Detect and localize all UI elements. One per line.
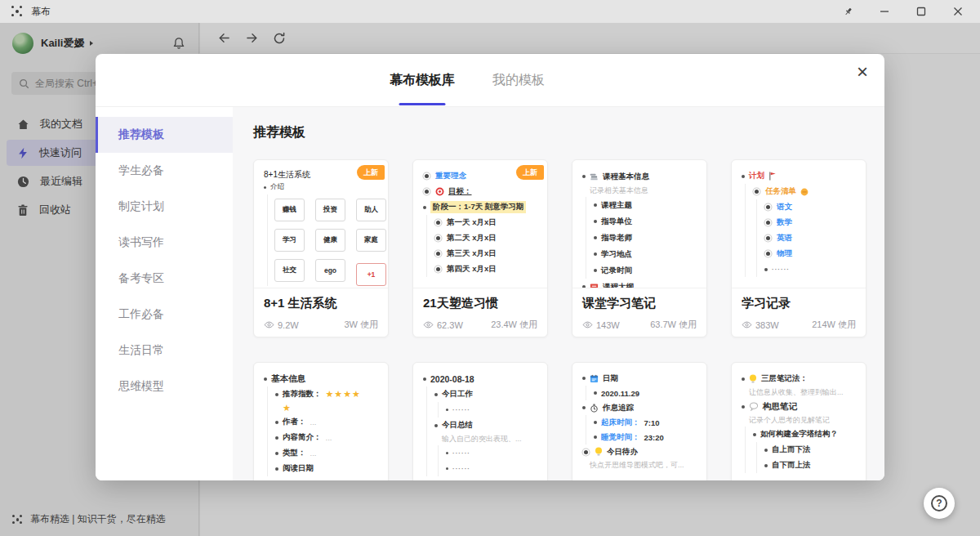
preview-line: 第三天 x月x日	[434, 246, 541, 261]
modal-header: 幕布模板库 我的模板 ×	[96, 54, 884, 107]
preview-line: 课程主题	[594, 197, 700, 213]
template-card-study-log[interactable]: 计划 任务清单 语文 数学 英语	[731, 159, 866, 337]
category-daily-life[interactable]: 生活日常	[96, 333, 233, 368]
preview-line: ······	[446, 402, 541, 418]
template-library-modal: 幕布模板库 我的模板 × 推荐模板 学生必备 制定计划 读书写作 备考专区 工作…	[96, 54, 884, 480]
template-title: 学习记录	[742, 296, 856, 311]
tab-template-library[interactable]: 幕布模板库	[390, 72, 455, 89]
preview-note: 让信息从收集、整理到输出...	[742, 386, 859, 399]
help-button[interactable]: ?	[924, 488, 955, 519]
preview-line: 学习地点	[594, 246, 700, 262]
preview-line: 指导老师	[594, 230, 700, 246]
preview-note: 输入自己的突出表现、...	[434, 433, 541, 445]
preview-line: 指导单位	[594, 213, 700, 230]
new-badge: 上新	[357, 165, 385, 180]
preview-line: 构思笔记	[742, 399, 859, 414]
category-planning[interactable]: 制定计划	[96, 189, 233, 225]
preview-line: 2020-08-18	[423, 371, 541, 386]
template-preview: 2020-08-18 今日工作 ······ 今日总结 输入自己的突出表现、..…	[413, 363, 547, 480]
outline-doc-icon	[590, 283, 599, 289]
views-eye-icon	[423, 319, 434, 330]
template-title: 课堂学习笔记	[582, 296, 697, 311]
template-card-three-layer-notes[interactable]: 三层笔记法： 让信息从收集、整理到输出... 构思笔记 记录个人思考的见解笔记 …	[731, 362, 866, 480]
preview-line: 三层笔记法：	[742, 371, 859, 386]
template-preview: 基本信息 推荐指数：★★★★ ★ 作者：... 内容简介：... 类型：... …	[254, 363, 388, 480]
preview-line: 课程大纲	[582, 279, 700, 288]
preview-line: 睡觉时间：23:20	[594, 430, 700, 444]
app-window: 幕布 Kaili爱嫒	[0, 0, 980, 536]
preview-line: ······	[446, 461, 541, 476]
preview-note: 记录个人思考的见解笔记	[742, 414, 859, 427]
template-preview: 三层笔记法： 让信息从收集、整理到输出... 构思笔记 记录个人思考的见解笔记 …	[732, 363, 866, 480]
views-eye-icon	[582, 319, 593, 330]
template-card-book-notes[interactable]: 基本信息 推荐指数：★★★★ ★ 作者：... 内容简介：... 类型：... …	[253, 362, 389, 480]
preview-line: 如何构建金字塔结构？	[753, 427, 859, 442]
preview-line: 自下而上法	[764, 458, 859, 473]
books-icon	[590, 172, 599, 181]
template-preview: 日期 2020.11.29 作息追踪 起床时间：7:10	[572, 363, 706, 480]
fist-icon	[800, 188, 808, 196]
category-exam-prep[interactable]: 备考专区	[96, 261, 233, 297]
preview-line: ······	[764, 261, 859, 277]
template-preview: 计划 任务清单 语文 数学 英语	[732, 160, 866, 288]
template-title: 21天塑造习惯	[423, 296, 537, 311]
template-card-class-notes[interactable]: 课程基本信息 记录相关基本信息 课程主题 指导单位 指导老师 学习地点 记录时间	[572, 159, 707, 337]
preview-line: 今日总结	[434, 418, 541, 433]
new-badge: 上新	[516, 165, 544, 180]
preview-line: 第二天 x月x日	[434, 230, 541, 246]
views-count: 383W	[755, 320, 779, 330]
category-recommended[interactable]: 推荐模板	[96, 117, 233, 153]
tab-my-templates[interactable]: 我的模板	[492, 72, 545, 89]
lightbulb-icon	[595, 447, 603, 457]
close-window-icon[interactable]	[952, 6, 964, 17]
category-students[interactable]: 学生必备	[96, 153, 233, 189]
uses-count: 214W 使用	[812, 319, 856, 331]
modal-body: 推荐模板 学生必备 制定计划 读书写作 备考专区 工作必备 生活日常 思维模型 …	[96, 107, 884, 480]
preview-note: 记录相关基本信息	[582, 185, 700, 197]
preview-line: 计划	[742, 168, 859, 184]
preview-line: 内容简介：...	[275, 430, 381, 445]
close-icon[interactable]: ×	[857, 62, 868, 82]
preview-line: 今日待办	[582, 444, 700, 459]
lightbulb-icon	[749, 374, 757, 384]
app-title: 幕布	[31, 5, 51, 19]
uses-count: 3W 使用	[344, 319, 378, 331]
preview-line: 类型：...	[275, 445, 381, 461]
preview-line: 2020.11.29	[594, 386, 700, 400]
template-preview: 课程基本信息 记录相关基本信息 课程主题 指导单位 指导老师 学习地点 记录时间	[572, 160, 706, 288]
preview-line: 介绍	[264, 181, 381, 193]
views-eye-icon	[264, 319, 274, 330]
category-reading-writing[interactable]: 读书写作	[96, 225, 233, 261]
preview-line: 任务清单	[753, 184, 859, 199]
template-card-daily-report[interactable]: 2020-08-18 今日工作 ······ 今日总结 输入自己的突出表现、..…	[412, 362, 548, 480]
calendar-icon	[590, 374, 599, 383]
life-grid: 赚钱 投资 助人 学习 健康 家庭 社交 ego +1	[267, 194, 381, 286]
views-count: 143W	[596, 320, 620, 330]
preview-line: 今日工作	[434, 386, 541, 402]
preview-line: ······	[446, 445, 541, 461]
preview-line: 日期	[582, 371, 700, 386]
preview-line: ★	[275, 402, 381, 414]
maximize-icon[interactable]	[915, 6, 927, 17]
star-rating: ★★★★	[326, 389, 361, 400]
template-card-8plus1[interactable]: 上新 8+1生活系统 介绍 赚钱 投资 助人 学习 健康	[253, 159, 389, 337]
flag-icon	[768, 172, 777, 181]
mubu-logo-icon	[11, 6, 23, 17]
titlebar: 幕布	[0, 0, 980, 23]
template-card-daily-routine[interactable]: 日期 2020.11.29 作息追踪 起床时间：7:10	[572, 362, 707, 480]
pin-icon[interactable]	[842, 6, 853, 17]
template-title: 8+1 生活系统	[264, 296, 378, 311]
template-card-21days[interactable]: 上新 重要理念 目标： 阶段一：1-7天 刻意学习期 第一天 x月x日 第二天 …	[412, 159, 548, 337]
template-category-nav: 推荐模板 学生必备 制定计划 读书写作 备考专区 工作必备 生活日常 思维模型	[96, 107, 233, 480]
question-mark-icon: ?	[931, 495, 947, 511]
preview-line: 课程基本信息	[582, 168, 700, 185]
category-thinking-models[interactable]: 思维模型	[96, 368, 233, 404]
category-work[interactable]: 工作必备	[96, 297, 233, 333]
preview-line: 自上而下法	[764, 442, 859, 458]
minimize-icon[interactable]	[879, 6, 890, 17]
views-count: 62.3W	[437, 320, 463, 330]
target-icon	[435, 187, 444, 196]
section-title: 推荐模板	[253, 124, 866, 141]
stopwatch-icon	[590, 404, 599, 413]
preview-note: 快点开思维导图模式吧，可...	[582, 459, 700, 471]
